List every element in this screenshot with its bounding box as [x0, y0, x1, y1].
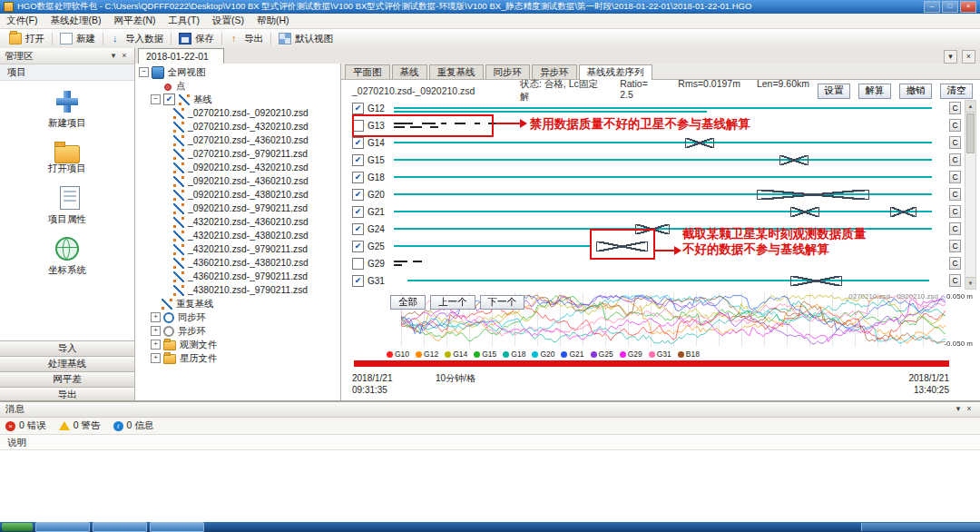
warnings-filter[interactable]: 0 警告: [59, 419, 101, 432]
close-panel-icon[interactable]: ×: [119, 51, 130, 62]
clear-button[interactable]: 清空: [940, 84, 973, 99]
tree-item[interactable]: _0920210.zsd-_4320210.zsd: [135, 161, 340, 174]
info-filter[interactable]: i 0 信息: [113, 419, 154, 432]
sidebar-tab-2[interactable]: 网平差: [0, 371, 134, 387]
menu-item-0[interactable]: 文件(F): [0, 14, 44, 28]
close-document-icon[interactable]: ×: [962, 50, 975, 64]
expander-icon[interactable]: −: [139, 67, 149, 77]
taskbar-app-button[interactable]: [35, 522, 90, 532]
errors-filter[interactable]: × 0 错误: [5, 419, 46, 432]
document-tab[interactable]: 2018-01-22-01: [138, 48, 224, 64]
c-button[interactable]: C: [949, 240, 961, 252]
sidebar-tab-1[interactable]: 处理基线: [0, 356, 134, 371]
satellite-checkbox[interactable]: ✔: [352, 241, 364, 252]
menu-item-3[interactable]: 工具(T): [162, 14, 206, 28]
tree-item[interactable]: _0270210.zsd-_9790211.zsd: [135, 147, 340, 161]
satellite-checkbox[interactable]: ✔: [352, 137, 364, 149]
sidebar-action-new-project[interactable]: 新建项目: [48, 90, 86, 130]
menu-item-2[interactable]: 网平差(N): [107, 14, 162, 28]
c-button[interactable]: C: [949, 205, 961, 218]
c-button[interactable]: C: [949, 188, 961, 201]
expander-icon[interactable]: +: [151, 312, 161, 322]
maximize-button[interactable]: □: [942, 1, 958, 13]
c-button[interactable]: C: [949, 274, 961, 287]
minimize-button[interactable]: –: [924, 1, 940, 13]
tree-item[interactable]: _0920210.zsd-_9790211.zsd: [135, 202, 340, 215]
c-button[interactable]: C: [949, 136, 961, 149]
prev-button[interactable]: 上一个: [430, 295, 475, 310]
satellite-checkbox[interactable]: ✔: [352, 275, 364, 287]
tree-item[interactable]: _0270210.zsd-_4320210.zsd: [135, 120, 340, 133]
pin-icon[interactable]: ▾: [108, 51, 119, 62]
toolbar-import-button[interactable]: 导入数据: [105, 31, 169, 47]
tree-item[interactable]: _0920210.zsd-_4360210.zsd: [135, 174, 340, 188]
toolbar-open-button[interactable]: 打开: [4, 31, 50, 47]
undo-button[interactable]: 撤销: [899, 84, 932, 99]
chevron-down-icon[interactable]: ▾: [944, 50, 957, 64]
satellite-checkbox[interactable]: ✔: [352, 172, 364, 183]
tree-checkbox[interactable]: ✔: [163, 94, 175, 105]
tree-item[interactable]: _4320210.zsd-_4360210.zsd: [135, 215, 340, 229]
c-button[interactable]: C: [949, 119, 961, 132]
taskbar-app-button[interactable]: [150, 522, 204, 532]
satellite-checkbox[interactable]: ✔: [352, 189, 364, 201]
sidebar-action-coordinate-system[interactable]: 坐标系统: [48, 237, 86, 277]
menu-item-5[interactable]: 帮助(H): [250, 14, 296, 28]
c-button[interactable]: C: [949, 102, 961, 114]
tree-item[interactable]: −✔基线: [135, 93, 340, 106]
taskbar-app-button[interactable]: [93, 522, 147, 532]
tree-item[interactable]: +异步环: [135, 324, 340, 338]
satellite-checkbox[interactable]: ✔: [352, 103, 364, 114]
tree-item[interactable]: _4360210.zsd-_4380210.zsd: [135, 256, 340, 270]
tab-1[interactable]: 基线: [392, 64, 427, 79]
start-button[interactable]: [2, 523, 33, 531]
tree-item[interactable]: +观测文件: [135, 338, 340, 351]
tree-item[interactable]: _4320210.zsd-_4380210.zsd: [135, 229, 340, 242]
menu-item-4[interactable]: 设置(S): [206, 14, 250, 28]
menu-item-1[interactable]: 基线处理(B): [44, 14, 107, 28]
tab-4[interactable]: 异步环: [532, 64, 577, 79]
sidebar-tab-0[interactable]: 导入: [0, 340, 134, 356]
expander-icon[interactable]: +: [151, 326, 161, 336]
tree-item[interactable]: 点: [135, 79, 340, 93]
tree-item[interactable]: _0270210.zsd-_4360210.zsd: [135, 133, 340, 147]
next-button[interactable]: 下一个: [480, 295, 525, 310]
tab-2[interactable]: 重复基线: [429, 64, 484, 79]
sidebar-action-open-project[interactable]: 打开项目: [48, 141, 86, 175]
toolbar-export-button[interactable]: 导出: [224, 31, 269, 47]
close-button[interactable]: ×: [960, 1, 976, 13]
tree-item[interactable]: _4380210.zsd-_9790211.zsd: [135, 283, 340, 297]
settings-button[interactable]: 设置: [818, 84, 850, 99]
tree-item[interactable]: _0920210.zsd-_4380210.zsd: [135, 188, 340, 202]
satellite-checkbox[interactable]: ✔: [352, 223, 364, 235]
tab-3[interactable]: 同步环: [485, 64, 531, 79]
toolbar-view-button[interactable]: 默认视图: [273, 31, 338, 47]
sidebar-action-label: 新建项目: [48, 117, 86, 130]
tree-item[interactable]: +星历文件: [135, 351, 340, 365]
tab-0[interactable]: 平面图: [345, 64, 390, 79]
expander-icon[interactable]: +: [151, 353, 161, 363]
tree-item[interactable]: +同步环: [135, 310, 340, 324]
toolbar-new-button[interactable]: 新建: [54, 31, 101, 47]
c-button[interactable]: C: [949, 222, 961, 235]
c-button[interactable]: C: [949, 257, 961, 270]
toolbar-save-button[interactable]: 保存: [173, 31, 220, 47]
c-button[interactable]: C: [949, 153, 961, 166]
c-button[interactable]: C: [949, 171, 961, 183]
tree-item[interactable]: −全网视图: [135, 65, 340, 79]
tree-item[interactable]: _4360210.zsd-_9790211.zsd: [135, 270, 340, 283]
message-pin-icon[interactable]: ▾: [953, 404, 964, 415]
tree-item[interactable]: _4320210.zsd-_9790211.zsd: [135, 242, 340, 256]
solve-button[interactable]: 解算: [858, 84, 891, 99]
sidebar-action-project-properties[interactable]: 项目属性: [48, 186, 86, 226]
all-button[interactable]: 全部: [390, 295, 426, 310]
message-close-icon[interactable]: ×: [964, 404, 975, 415]
expander-icon[interactable]: +: [151, 340, 161, 350]
satellite-checkbox[interactable]: ✔: [352, 206, 364, 218]
satellite-checkbox[interactable]: [352, 258, 364, 270]
expander-icon[interactable]: −: [151, 94, 161, 104]
tree-item[interactable]: 重复基线: [135, 297, 340, 310]
legend-item: B18: [678, 350, 700, 359]
tree-item[interactable]: _0270210.zsd-_0920210.zsd: [135, 106, 340, 120]
satellite-checkbox[interactable]: ✔: [352, 154, 364, 166]
